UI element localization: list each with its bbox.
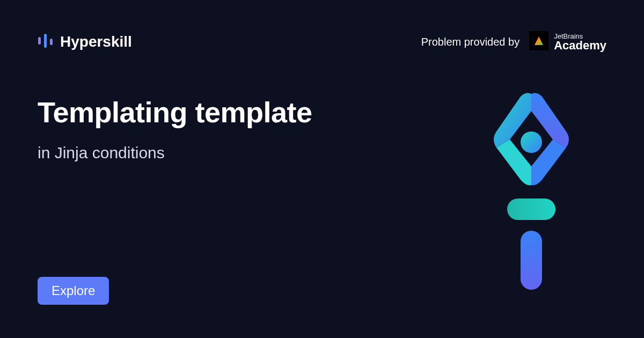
- hyperskill-logo-icon: [38, 33, 54, 51]
- header: Hyperskill Problem provided by: [38, 31, 606, 53]
- svg-rect-0: [38, 37, 41, 45]
- academy-text: JetBrains Academy: [554, 33, 606, 52]
- provider-label: Problem provided by: [421, 36, 519, 48]
- main-content: Templating template in Jinja conditions: [38, 95, 312, 162]
- explore-button[interactable]: Explore: [38, 277, 109, 305]
- pen-illustration-icon: [478, 89, 585, 303]
- provider-block: Problem provided by Je: [421, 31, 606, 53]
- page-subtitle: in Jinja conditions: [38, 144, 312, 162]
- svg-point-6: [521, 131, 542, 153]
- brand: Hyperskill: [38, 33, 132, 51]
- svg-rect-2: [50, 39, 53, 45]
- jetbrains-academy-icon: [529, 31, 548, 53]
- svg-rect-8: [521, 231, 542, 290]
- academy-name: Academy: [554, 40, 606, 52]
- svg-rect-1: [44, 34, 47, 48]
- page-title: Templating template: [38, 95, 312, 129]
- brand-name: Hyperskill: [60, 33, 132, 50]
- svg-rect-7: [507, 199, 555, 220]
- academy-badge: JetBrains Academy: [529, 31, 606, 53]
